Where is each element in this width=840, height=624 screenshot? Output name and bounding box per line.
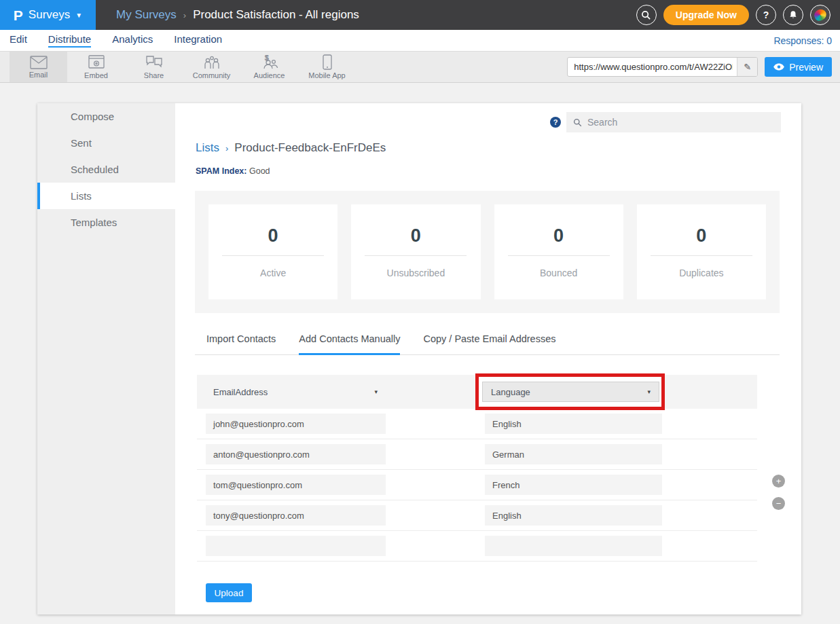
survey-nav: Edit Distribute Analytics Integration Re…: [0, 30, 840, 51]
plus-icon: +: [776, 477, 782, 485]
divider: [651, 255, 752, 256]
language-field[interactable]: [485, 536, 662, 556]
language-field[interactable]: English: [485, 505, 662, 526]
contact-row: [197, 531, 757, 562]
distribute-toolbar: Email Embed Share Community $ Audienc: [0, 51, 840, 83]
toolbar-item-share[interactable]: Share: [125, 52, 183, 82]
responses-count[interactable]: Responses: 0: [773, 35, 832, 46]
stat-label: Duplicates: [679, 268, 723, 278]
search-button[interactable]: [636, 5, 657, 25]
tab-distribute[interactable]: Distribute: [48, 33, 91, 48]
tab-edit[interactable]: Edit: [10, 33, 27, 48]
email-field[interactable]: anton@questionpro.com: [206, 444, 386, 464]
contact-row: anton@questionpro.com German: [197, 439, 757, 470]
contact-row: john@questionpro.com English: [197, 409, 757, 439]
email-field[interactable]: [206, 536, 386, 556]
list-name: Product-Feedback-EnFrDeEs: [234, 141, 386, 155]
questionpro-logo-icon: P: [14, 8, 23, 22]
contact-tabs: Import Contacts Add Contacts Manually Co…: [195, 333, 780, 355]
toolbar-item-label: Share: [144, 71, 164, 79]
email-distribute-card: Compose Sent Scheduled Lists Templates ?…: [37, 103, 801, 614]
tab-import-contacts[interactable]: Import Contacts: [206, 333, 276, 355]
stat-value: 0: [553, 225, 564, 246]
tab-copy-paste-email-addresses[interactable]: Copy / Paste Email Addresses: [423, 333, 555, 355]
survey-url-input[interactable]: [568, 58, 737, 76]
breadcrumb-separator: ›: [225, 143, 228, 153]
spam-index: SPAM Index: Good: [196, 166, 801, 176]
toolbar-item-mobile-app[interactable]: Mobile App: [298, 52, 356, 82]
stat-label: Active: [260, 268, 286, 278]
sidebar-item-sent[interactable]: Sent: [37, 130, 175, 156]
upload-button[interactable]: Upload: [206, 583, 252, 602]
sidebar-item-compose[interactable]: Compose: [37, 103, 175, 130]
email-field[interactable]: tom@questionpro.com: [206, 475, 386, 495]
remove-row-button[interactable]: −: [772, 497, 785, 510]
audience-icon: $: [261, 55, 278, 70]
product-switcher[interactable]: P Surveys ▼: [0, 0, 96, 30]
add-row-button[interactable]: +: [772, 475, 785, 488]
breadcrumb-my-surveys[interactable]: My Surveys: [116, 8, 177, 22]
survey-nav-tabs: Edit Distribute Analytics Integration: [10, 33, 773, 48]
toolbar-item-community[interactable]: Community: [183, 52, 240, 82]
divider: [508, 255, 610, 256]
preview-button[interactable]: Preview: [765, 57, 832, 77]
stat-value: 0: [268, 225, 278, 246]
tab-analytics[interactable]: Analytics: [112, 33, 153, 48]
stat-label: Unsubscribed: [387, 268, 445, 278]
preview-label: Preview: [789, 62, 823, 73]
toolbar-item-label: Community: [193, 71, 231, 79]
email-icon: [30, 56, 48, 69]
breadcrumb-separator: ›: [183, 10, 186, 20]
toolbar-item-label: Embed: [84, 71, 108, 79]
bell-icon: [788, 10, 798, 20]
survey-url-box: ✎: [567, 57, 758, 77]
stat-card-active: 0 Active: [208, 204, 337, 299]
app-header: P Surveys ▼ My Surveys › Product Satisfa…: [0, 0, 840, 30]
stat-label: Bounced: [540, 268, 577, 278]
panel-top: ?: [175, 112, 781, 132]
sidebar-item-templates[interactable]: Templates: [37, 209, 175, 236]
sidebar-item-lists[interactable]: Lists: [37, 183, 175, 209]
column-mapping-row: EmailAddress ▾ Language ▾: [197, 375, 757, 409]
embed-icon: [88, 55, 105, 70]
email-field[interactable]: tony@questionpro.com: [206, 505, 386, 526]
edit-url-button[interactable]: ✎: [737, 58, 757, 76]
search-input[interactable]: [587, 117, 774, 128]
eye-icon: [773, 63, 784, 71]
email-sidebar: Compose Sent Scheduled Lists Templates: [37, 103, 175, 614]
list-stats-panel: 0 Active 0 Unsubscribed 0 Bounced 0 Dupl…: [195, 191, 780, 313]
language-field[interactable]: English: [485, 414, 662, 434]
sidebar-item-scheduled[interactable]: Scheduled: [37, 156, 175, 183]
minus-icon: −: [776, 499, 782, 508]
language-field[interactable]: German: [485, 444, 662, 464]
divider: [222, 255, 324, 256]
question-mark-icon: ?: [553, 118, 558, 126]
chevron-down-icon: ▼: [75, 12, 82, 19]
product-menu-label: Surveys: [29, 8, 70, 22]
help-tip-button[interactable]: ?: [550, 117, 561, 128]
question-mark-icon: ?: [763, 10, 769, 20]
notifications-button[interactable]: [783, 5, 803, 25]
toolbar-item-label: Email: [29, 71, 48, 79]
language-field[interactable]: French: [485, 475, 662, 495]
help-button[interactable]: ?: [756, 5, 776, 25]
language-column-select[interactable]: Language ▾: [482, 382, 659, 402]
tab-add-contacts-manually[interactable]: Add Contacts Manually: [299, 333, 400, 355]
row-controls: + −: [772, 475, 785, 510]
toolbar-item-audience[interactable]: $ Audience: [240, 52, 298, 82]
toolbar-right: ✎ Preview: [567, 52, 840, 82]
stat-value: 0: [696, 225, 706, 246]
email-field[interactable]: john@questionpro.com: [206, 414, 386, 434]
avatar[interactable]: [810, 5, 830, 25]
breadcrumb-lists-link[interactable]: Lists: [196, 141, 219, 155]
email-column-select[interactable]: EmailAddress ▾: [205, 382, 386, 402]
stat-value: 0: [411, 225, 421, 246]
search-icon: [641, 10, 651, 20]
upgrade-now-button[interactable]: Upgrade Now: [663, 5, 749, 25]
toolbar-item-email[interactable]: Email: [10, 52, 67, 82]
lists-panel: ? Lists › Product-Feedback-EnFrDeEs SPAM…: [175, 103, 801, 614]
tab-integration[interactable]: Integration: [174, 33, 222, 48]
stat-card-duplicates: 0 Duplicates: [637, 204, 766, 299]
contact-row: tom@questionpro.com French: [197, 470, 757, 500]
toolbar-item-embed[interactable]: Embed: [67, 52, 125, 82]
